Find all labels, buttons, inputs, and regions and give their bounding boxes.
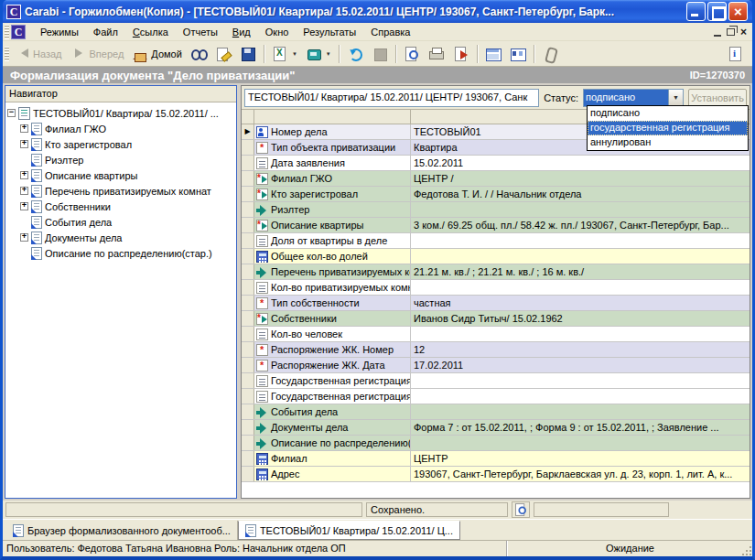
resize-grip[interactable] — [742, 546, 751, 555]
row-value[interactable]: частная — [411, 296, 750, 310]
row-selector[interactable] — [242, 436, 254, 450]
dropdown-option[interactable]: подписано — [588, 106, 748, 121]
new-document-button[interactable] — [211, 44, 235, 64]
row-selector[interactable] — [242, 233, 254, 248]
row-value[interactable]: ЦЕНТР — [411, 451, 750, 466]
mdi-minimize-button[interactable] — [714, 35, 721, 37]
set-status-button[interactable]: Установить — [688, 89, 747, 107]
menu-item-окно[interactable]: Окно — [258, 25, 297, 39]
menu-item-ссылка[interactable]: Ссылка — [125, 25, 176, 39]
row-selector[interactable] — [242, 373, 254, 388]
tree-item[interactable]: +Документы дела — [20, 230, 234, 245]
tree-item[interactable]: +Собственники — [20, 199, 234, 214]
search-button[interactable] — [512, 501, 530, 518]
table-row[interactable]: Документы делаФорма 7 : от 15.02.2011, ;… — [242, 420, 750, 436]
tree-item[interactable]: События дела — [20, 214, 234, 230]
row-selector[interactable] — [242, 202, 254, 217]
phone-export-button[interactable]: ▼ — [302, 44, 335, 64]
dropdown-arrow-icon[interactable]: ▼ — [292, 51, 297, 57]
table-row[interactable]: Государственная регистрация.... — [242, 373, 750, 389]
tree-item[interactable]: +Перечень приватизируемых комнат — [20, 183, 234, 199]
table-row[interactable]: Кол-во человек — [242, 327, 750, 342]
info-button[interactable] — [723, 44, 747, 64]
row-value[interactable] — [411, 327, 750, 341]
expand-icon[interactable]: + — [20, 187, 28, 195]
row-value[interactable]: Иванов Сидр Титыч/ 15.02.1962 — [411, 311, 750, 326]
row-selector[interactable] — [242, 264, 254, 279]
row-selector[interactable] — [242, 187, 254, 201]
export-document-button[interactable] — [449, 44, 473, 64]
row-value[interactable] — [411, 389, 750, 404]
table-row[interactable]: Филиал ГЖОЦЕНТР / — [242, 171, 750, 187]
row-selector[interactable] — [242, 140, 254, 155]
tree-item[interactable]: +Описание квартиры — [20, 167, 234, 183]
row-selector[interactable] — [242, 249, 254, 264]
form-view-button[interactable] — [506, 44, 530, 64]
toolbar-grip[interactable] — [5, 47, 9, 61]
mdi-close-button[interactable]: × — [740, 27, 747, 38]
expand-icon[interactable]: + — [20, 124, 28, 133]
mdi-document-icon[interactable]: C — [11, 25, 26, 39]
maximize-button[interactable] — [707, 2, 727, 21]
table-row[interactable]: Доля от квартиры в деле — [242, 233, 750, 249]
menu-item-справка[interactable]: Справка — [363, 25, 417, 39]
chevron-down-icon[interactable]: ▼ — [668, 90, 683, 106]
table-row[interactable]: События дела — [242, 404, 750, 420]
table-row[interactable]: Распоряжение ЖК. Дата17.02.2011 — [242, 358, 750, 373]
menu-item-режимы[interactable]: Режимы — [33, 25, 86, 39]
table-row[interactable]: Кто зарегистровалФедотова Т. И. / / Нача… — [242, 187, 750, 202]
row-value[interactable]: ЦЕНТР / — [411, 171, 750, 186]
menu-item-файл[interactable]: Файл — [86, 25, 125, 39]
row-selector[interactable] — [242, 327, 254, 341]
row-selector[interactable] — [242, 389, 254, 404]
row-value[interactable] — [411, 249, 750, 264]
row-selector[interactable] — [242, 342, 254, 357]
menu-item-вид[interactable]: Вид — [225, 25, 258, 39]
dropdown-option[interactable]: аннулирован — [588, 135, 748, 150]
table-row[interactable]: Дата заявления15.02.2011 — [242, 156, 750, 171]
status-combobox[interactable]: подписано ▼ — [583, 89, 684, 107]
tab-active-document[interactable]: ТЕСТОВЫЙ01/ Квартира/ 15.02.2011/ Ц... — [238, 521, 460, 540]
row-selector[interactable] — [242, 218, 254, 232]
row-value[interactable] — [411, 436, 750, 450]
mdi-restore-button[interactable] — [727, 28, 735, 36]
row-value[interactable]: 12 — [411, 342, 750, 357]
table-row[interactable]: Описание квартиры3 ком./ 69.25 общ. пл./… — [242, 218, 750, 233]
tree-item[interactable]: +Филиал ГЖО — [20, 121, 234, 136]
table-row[interactable]: Общее кол-во долей — [242, 249, 750, 264]
row-selector[interactable] — [242, 404, 254, 419]
row-value[interactable]: 17.02.2011 — [411, 358, 750, 372]
close-button[interactable] — [728, 2, 748, 21]
attachment-button[interactable] — [538, 44, 562, 64]
table-row[interactable]: Перечень приватизируемых ко...21.21 м. к… — [242, 264, 750, 280]
row-selector[interactable] — [242, 156, 254, 170]
table-row[interactable]: Адрес193067, Санкт-Петербург, Барклаевск… — [242, 467, 750, 482]
table-row[interactable]: Риэлтер — [242, 202, 750, 218]
expand-icon[interactable]: + — [20, 171, 28, 179]
row-value[interactable]: 15.02.2011 — [411, 156, 750, 170]
row-selector[interactable] — [242, 358, 254, 372]
row-selector[interactable] — [242, 467, 254, 481]
print-button[interactable] — [425, 44, 448, 64]
row-selector[interactable] — [242, 420, 254, 435]
row-value[interactable]: 193067, Санкт-Петербург, Барклаевская ул… — [411, 467, 750, 481]
table-row[interactable]: ФилиалЦЕНТР — [242, 451, 750, 467]
dropdown-arrow-icon[interactable]: ▼ — [326, 51, 331, 57]
tree-root-node[interactable]: − ТЕСТОВЫЙ01/ Квартира/ 15.02.2011/ ... — [7, 105, 234, 121]
row-value[interactable]: 3 ком./ 69.25 общ. пл./ 58.42 ж. пл./ 19… — [411, 218, 750, 232]
collapse-icon[interactable]: − — [7, 109, 16, 117]
tree-item[interactable]: +Кто зарегистровал — [20, 136, 234, 152]
dropdown-option[interactable]: государственная регистрация — [588, 121, 748, 135]
current-row-marker[interactable]: ▶ — [242, 124, 254, 139]
expand-icon[interactable]: + — [20, 233, 28, 242]
row-value[interactable]: 21.21 м. кв./ ; 21.21 м. кв./ ; 16 м. кв… — [411, 264, 750, 279]
minimize-button[interactable] — [686, 2, 706, 21]
row-value[interactable]: Форма 7 : от 15.02.2011, ; Форма 9 : от … — [411, 420, 750, 435]
row-value[interactable] — [411, 280, 750, 295]
home-button[interactable]: Домой — [128, 44, 186, 64]
save-button[interactable] — [236, 44, 260, 64]
excel-export-button[interactable]: ▼ — [268, 44, 301, 64]
find-button[interactable] — [187, 44, 210, 64]
row-selector[interactable] — [242, 280, 254, 295]
table-row[interactable]: Описание по распределению(с... — [242, 436, 750, 451]
